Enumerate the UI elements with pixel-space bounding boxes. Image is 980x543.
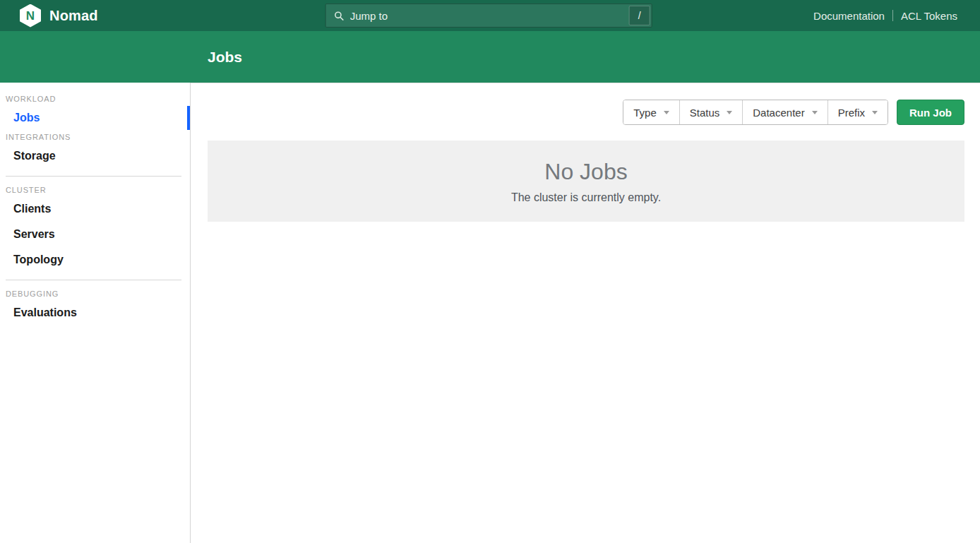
link-separator <box>892 10 893 21</box>
acl-tokens-link[interactable]: ACL Tokens <box>901 10 957 22</box>
prefix-filter-dropdown[interactable]: Prefix <box>827 100 888 124</box>
page-header: Jobs <box>0 31 980 83</box>
sidebar-section-integrations: INTEGRATIONS <box>0 131 190 143</box>
jump-to-search[interactable]: / <box>325 4 652 28</box>
datacenter-filter-dropdown[interactable]: Datacenter <box>742 100 827 124</box>
chevron-down-icon <box>664 111 669 114</box>
sidebar-item-storage[interactable]: Storage <box>0 143 190 169</box>
top-links: Documentation ACL Tokens <box>813 10 957 22</box>
sidebar-section-cluster: CLUSTER <box>0 184 190 196</box>
nomad-logo-icon: N <box>20 4 41 28</box>
sidebar-section-debugging: DEBUGGING <box>0 287 190 300</box>
brand-name: Nomad <box>49 8 98 24</box>
sidebar-item-jobs[interactable]: Jobs <box>0 105 190 131</box>
type-filter-dropdown[interactable]: Type <box>623 100 679 124</box>
main-content: Type Status Datacenter Prefix <box>191 83 980 543</box>
sidebar-item-servers[interactable]: Servers <box>0 222 190 247</box>
filter-button-group: Type Status Datacenter Prefix <box>623 100 888 125</box>
sidebar-item-clients[interactable]: Clients <box>0 196 190 222</box>
search-input[interactable] <box>345 4 629 27</box>
run-job-button[interactable]: Run Job <box>897 100 964 125</box>
chevron-down-icon <box>872 111 878 114</box>
sidebar-section-workload: WORKLOAD <box>0 93 190 105</box>
chevron-down-icon <box>812 111 818 114</box>
sidebar-divider <box>6 176 181 177</box>
page-title: Jobs <box>208 49 242 66</box>
chevron-down-icon <box>727 111 732 114</box>
nomad-app: N Nomad / Documentation ACL Tokens Jobs … <box>0 0 980 543</box>
documentation-link[interactable]: Documentation <box>813 10 885 22</box>
empty-state-panel: No Jobs The cluster is currently empty. <box>208 141 964 222</box>
keyboard-shortcut-hint: / <box>629 6 650 25</box>
status-filter-dropdown[interactable]: Status <box>679 100 743 124</box>
brand[interactable]: N Nomad <box>20 4 98 28</box>
sidebar-item-topology[interactable]: Topology <box>0 247 190 273</box>
sidebar: WORKLOAD Jobs INTEGRATIONS Storage CLUST… <box>0 83 191 543</box>
empty-state-message: The cluster is currently empty. <box>511 191 661 204</box>
search-icon <box>334 11 345 21</box>
sidebar-item-evaluations[interactable]: Evaluations <box>0 300 190 326</box>
filter-toolbar: Type Status Datacenter Prefix <box>208 100 964 125</box>
empty-state-title: No Jobs <box>544 159 627 185</box>
active-indicator <box>187 106 190 130</box>
sidebar-divider <box>6 280 181 280</box>
top-navbar: N Nomad / Documentation ACL Tokens <box>0 0 980 31</box>
